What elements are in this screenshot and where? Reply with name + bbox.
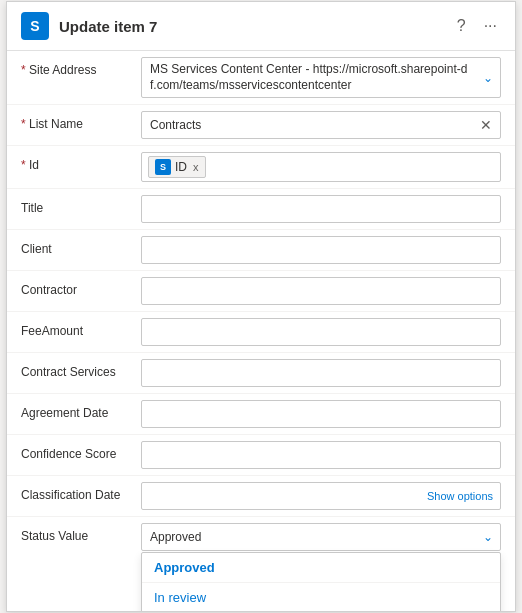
list-name-clear-button[interactable]: ✕	[480, 117, 492, 133]
id-row: Id S ID x	[7, 146, 515, 189]
id-tag-text: ID	[175, 160, 187, 174]
confidence-score-input[interactable]	[141, 441, 501, 469]
title-input[interactable]	[141, 195, 501, 223]
header-actions: ? ···	[453, 15, 501, 37]
dropdown-item-approved[interactable]: Approved	[142, 553, 500, 583]
status-value-row: Status Value Approved ⌄ Approved In revi…	[7, 517, 515, 611]
fee-amount-label: FeeAmount	[21, 318, 141, 338]
client-input[interactable]	[141, 236, 501, 264]
agreement-date-row: Agreement Date	[7, 394, 515, 435]
title-row: Title	[7, 189, 515, 230]
site-address-value: MS Services Content Center - https://mic…	[150, 62, 472, 93]
app-icon: S	[21, 12, 49, 40]
id-tag-remove-button[interactable]: x	[193, 161, 199, 173]
client-row: Client	[7, 230, 515, 271]
id-tag: S ID x	[148, 156, 206, 178]
contract-services-row: Contract Services	[7, 353, 515, 394]
status-selected-value: Approved	[150, 530, 201, 544]
more-button[interactable]: ···	[480, 15, 501, 37]
site-address-label: Site Address	[21, 57, 141, 77]
fee-amount-input[interactable]	[141, 318, 501, 346]
title-label: Title	[21, 195, 141, 215]
contract-services-label: Contract Services	[21, 359, 141, 379]
agreement-date-label: Agreement Date	[21, 400, 141, 420]
contractor-label: Contractor	[21, 277, 141, 297]
id-tag-icon: S	[155, 159, 171, 175]
list-name-wrap[interactable]: Contracts ✕	[141, 111, 501, 139]
classification-date-row: Classification Date Show options	[7, 476, 515, 517]
panel-title: Update item 7	[59, 18, 453, 35]
status-value-select[interactable]: Approved	[141, 523, 501, 551]
status-value-dropdown-wrap: Approved ⌄ Approved In review New Reject…	[141, 523, 501, 611]
site-address-input[interactable]: MS Services Content Center - https://mic…	[141, 57, 501, 98]
list-name-value: Contracts	[150, 118, 480, 132]
id-label: Id	[21, 152, 141, 172]
dropdown-item-in-review[interactable]: In review	[142, 583, 500, 611]
site-address-dropdown-wrap: MS Services Content Center - https://mic…	[141, 57, 501, 98]
update-item-panel: S Update item 7 ? ··· Site Address MS Se…	[6, 1, 516, 612]
contract-services-input[interactable]	[141, 359, 501, 387]
site-address-row: Site Address MS Services Content Center …	[7, 51, 515, 105]
client-label: Client	[21, 236, 141, 256]
show-options-button[interactable]: Show options	[427, 490, 493, 502]
panel-header: S Update item 7 ? ···	[7, 2, 515, 51]
contractor-row: Contractor	[7, 271, 515, 312]
form-body: Site Address MS Services Content Center …	[7, 51, 515, 611]
confidence-score-label: Confidence Score	[21, 441, 141, 461]
list-name-row: List Name Contracts ✕	[7, 105, 515, 146]
status-value-label: Status Value	[21, 523, 141, 543]
list-name-label: List Name	[21, 111, 141, 131]
help-button[interactable]: ?	[453, 15, 470, 37]
confidence-score-row: Confidence Score	[7, 435, 515, 476]
fee-amount-row: FeeAmount	[7, 312, 515, 353]
agreement-date-input[interactable]	[141, 400, 501, 428]
id-input-wrap[interactable]: S ID x	[141, 152, 501, 182]
contractor-input[interactable]	[141, 277, 501, 305]
status-dropdown-popup: Approved In review New Rejected Enter cu…	[141, 552, 501, 611]
classification-date-label: Classification Date	[21, 482, 141, 502]
